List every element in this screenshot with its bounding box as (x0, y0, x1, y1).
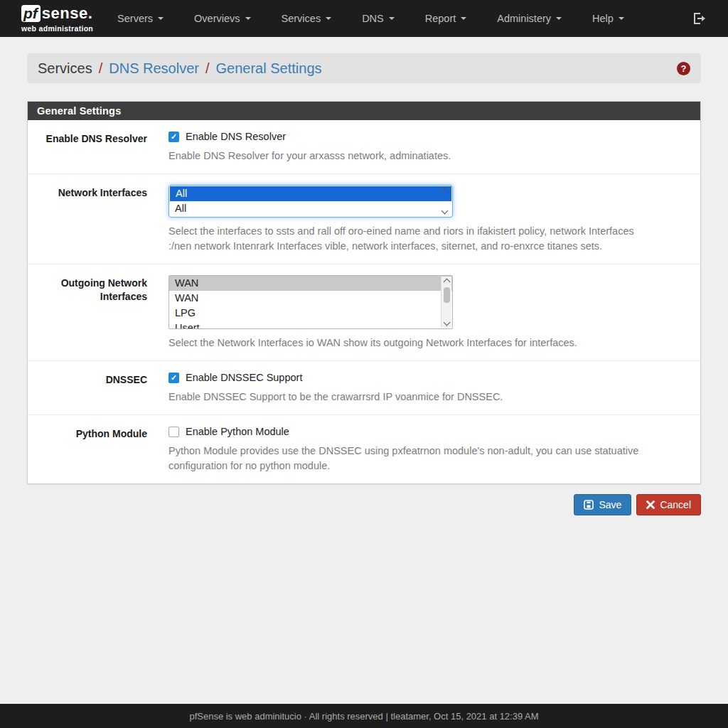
panel-title: General Settings (28, 102, 700, 120)
logout-icon (692, 12, 707, 25)
footer-bar: pfSense is web adminitucio · All rights … (0, 704, 728, 728)
breadcrumb-current: General Settings (216, 60, 322, 77)
nav-item-administery[interactable]: Administery (497, 13, 562, 24)
save-button-label: Save (599, 499, 621, 510)
row-python-module: Python Module Enable Python Module Pytho… (28, 415, 700, 483)
caret-down-icon (619, 17, 624, 20)
row-network-interfaces: Network Interfaces All All Select the in… (28, 174, 700, 264)
field-help-text: Python Module provides use the DNSSEC us… (168, 444, 659, 473)
select-scrollbar[interactable] (441, 277, 451, 328)
field-help-text: Select the interfaces to ssts and rall o… (168, 224, 659, 253)
field-help-text: Select the Network Interfaces io WAN sho… (168, 336, 659, 350)
pfsense-logo[interactable]: pf sense. web administration (21, 5, 93, 33)
scroll-up-icon[interactable] (443, 278, 450, 285)
scroll-down-icon[interactable] (441, 208, 449, 215)
nav-item-report[interactable]: Report (425, 13, 467, 24)
python-module-checkbox[interactable] (168, 427, 179, 437)
logout-button[interactable] (692, 12, 707, 25)
nav-item-dns[interactable]: DNS (362, 13, 395, 24)
caret-down-icon (326, 17, 331, 20)
save-button[interactable]: Save (574, 494, 631, 515)
checkbox-label: Enable Python Module (186, 426, 289, 437)
scroll-up-icon[interactable] (441, 188, 449, 196)
select-scroll-arrows (440, 188, 449, 215)
form-actions: Save Cancel (27, 494, 701, 515)
general-settings-panel: General Settings Enable DNS Resolver Ena… (27, 101, 701, 484)
nav-item-services[interactable]: Services (282, 13, 332, 24)
enable-dns-resolver-checkbox[interactable] (168, 132, 179, 142)
field-label: Network Interfaces (28, 185, 147, 253)
scrollbar-thumb[interactable] (444, 287, 450, 303)
cancel-button[interactable]: Cancel (636, 494, 701, 515)
logo-subtitle: web administration (21, 24, 93, 33)
field-label: Enable DNS Resolver (28, 131, 147, 163)
select-option[interactable]: All (169, 201, 452, 216)
field-label: Python Module (28, 426, 147, 473)
footer-text: pfSense is web adminitucio · All rights … (189, 711, 538, 722)
nav-item-servers[interactable]: Servers (117, 13, 164, 24)
caret-down-icon (245, 17, 251, 20)
caret-down-icon (158, 17, 164, 20)
field-help-text: Enable DNSSEC Support to be the crawarrs… (168, 390, 659, 404)
help-icon[interactable]: ? (677, 62, 690, 75)
logo-pf-badge: pf (21, 5, 41, 22)
cancel-button-label: Cancel (660, 499, 691, 510)
network-interfaces-select[interactable]: All All (168, 185, 453, 218)
select-option[interactable]: WAN (169, 291, 452, 306)
select-option[interactable]: Usert (169, 321, 452, 329)
nav-menu: Servers Overvievs Services DNS Report Ad… (117, 13, 624, 24)
nav-item-overviews[interactable]: Overvievs (194, 13, 250, 24)
row-outgoing-network-interfaces: Outgoing Network Interfaces WAN WAN LPG … (28, 264, 700, 361)
select-option[interactable]: LPG (169, 306, 452, 321)
checkbox-label: Enable DNSSEC Support (186, 372, 302, 383)
field-label: Outgoing Network Interfaces (28, 275, 147, 350)
scroll-down-icon[interactable] (443, 318, 450, 326)
close-icon (646, 500, 655, 509)
dnssec-checkbox[interactable] (168, 373, 179, 383)
logo-sense-text: sense. (42, 6, 93, 21)
breadcrumb: Services / DNS Resolver / General Settin… (27, 53, 701, 83)
field-label: DNSSEC (28, 372, 147, 404)
outgoing-interfaces-select[interactable]: WAN WAN LPG Usert (168, 275, 453, 329)
breadcrumb-root: Services (38, 60, 92, 77)
breadcrumb-link-dns-resolver[interactable]: DNS Resolver (109, 60, 199, 77)
top-navbar: pf sense. web administration Servers Ove… (0, 0, 728, 37)
save-icon (584, 500, 594, 510)
field-help-text: Enable DNS Resolver for your arxasss net… (168, 149, 659, 163)
caret-down-icon (461, 17, 466, 20)
row-dnssec: DNSSEC Enable DNSSEC Support Enable DNSS… (28, 361, 700, 415)
select-option[interactable]: All (170, 186, 451, 201)
caret-down-icon (389, 17, 395, 20)
row-enable-dns-resolver: Enable DNS Resolver Enable DNS Resolver … (28, 120, 700, 174)
breadcrumb-separator: / (99, 60, 103, 77)
select-option[interactable]: WAN (169, 276, 452, 291)
checkbox-label: Enable DNS Resolver (186, 131, 286, 142)
caret-down-icon (556, 17, 562, 20)
breadcrumb-separator: / (205, 60, 210, 77)
nav-item-help[interactable]: Help (592, 13, 624, 24)
